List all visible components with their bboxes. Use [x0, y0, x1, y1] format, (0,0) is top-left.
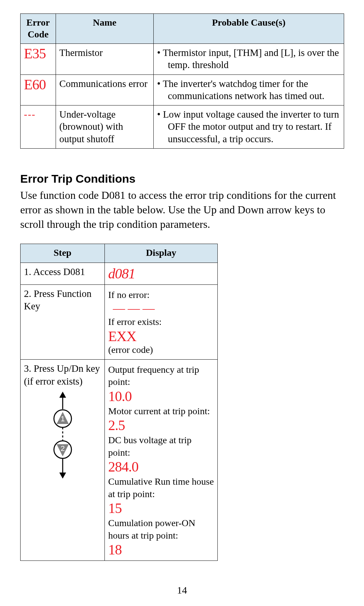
up-down-keys-icon: 1 2: [49, 392, 76, 479]
section-body: Use function code D081 to access the err…: [20, 188, 344, 232]
table-row: E60 Communications error • The inverter'…: [21, 74, 344, 105]
display-label: If no error:: [108, 289, 214, 301]
col-header-code: Error Code: [21, 14, 56, 44]
error-cause: • Thermistor input, [THM] and [L], is ov…: [154, 44, 344, 75]
table-header-row: Error Code Name Probable Cause(s): [21, 14, 344, 44]
display-value: d081: [108, 266, 214, 281]
display-value: EXX: [108, 329, 214, 344]
error-name: Under-voltage (brownout) with output shu…: [56, 105, 154, 149]
display-value: 10.0: [108, 389, 214, 404]
trip-step: 3. Press Up/Dn key (if error exists) 1 2: [21, 360, 105, 561]
display-label: DC bus voltage at trip point:: [108, 434, 214, 459]
display-label: Output frequency at trip point:: [108, 364, 214, 388]
display-value: ———: [113, 302, 214, 314]
error-code-e35: E35: [24, 46, 46, 61]
display-label: Cumulation power-ON hours at trip point:: [108, 517, 214, 542]
col-header-name: Name: [56, 14, 154, 44]
display-value: 2.5: [108, 418, 214, 433]
trip-step: 1. Access D081: [21, 263, 105, 284]
trip-display: d081: [105, 263, 218, 284]
down-key-label: 2: [60, 444, 64, 453]
display-value: 15: [108, 501, 214, 516]
error-name: Communications error: [56, 74, 154, 105]
display-note: (error code): [108, 344, 214, 356]
table-row: 1. Access D081 d081: [21, 263, 218, 284]
table-row: E35 Thermistor • Thermistor input, [THM]…: [21, 44, 344, 75]
display-label: Motor current at trip point:: [108, 405, 214, 417]
col-header-display: Display: [105, 244, 218, 263]
error-cause: • The inverter's watchdog timer for the …: [154, 74, 344, 105]
trip-display: If no error: ——— If error exists: EXX (e…: [105, 284, 218, 359]
up-key-label: 1: [60, 415, 64, 423]
table-row: --- Under-voltage (brownout) with output…: [21, 105, 344, 149]
table-row: 3. Press Up/Dn key (if error exists) 1 2: [21, 360, 218, 561]
table-row: 2. Press Function Key If no error: ——— I…: [21, 284, 218, 359]
col-header-cause: Probable Cause(s): [154, 14, 344, 44]
page-number: 14: [0, 584, 364, 596]
display-value: 284.0: [108, 459, 214, 474]
table-header-row: Step Display: [21, 244, 218, 263]
trip-conditions-table: Step Display 1. Access D081 d081 2. Pres…: [20, 244, 218, 561]
trip-step: 2. Press Function Key: [21, 284, 105, 359]
error-code-dash: ---: [24, 109, 36, 120]
error-code-e60: E60: [24, 77, 46, 92]
section-heading: Error Trip Conditions: [20, 172, 344, 185]
display-label: If error exists:: [108, 316, 214, 328]
error-cause: • Low input voltage caused the inverter …: [154, 105, 344, 149]
error-code-table: Error Code Name Probable Cause(s) E35 Th…: [20, 13, 344, 149]
error-name: Thermistor: [56, 44, 154, 75]
col-header-step: Step: [21, 244, 105, 263]
trip-step-text: 3. Press Up/Dn key (if error exists): [24, 363, 100, 387]
svg-marker-1: [59, 392, 66, 398]
display-label: Cumulative Run time house at trip point:: [108, 476, 214, 500]
svg-marker-8: [59, 473, 66, 479]
display-value: 18: [108, 542, 214, 557]
trip-display: Output frequency at trip point: 10.0 Mot…: [105, 360, 218, 561]
